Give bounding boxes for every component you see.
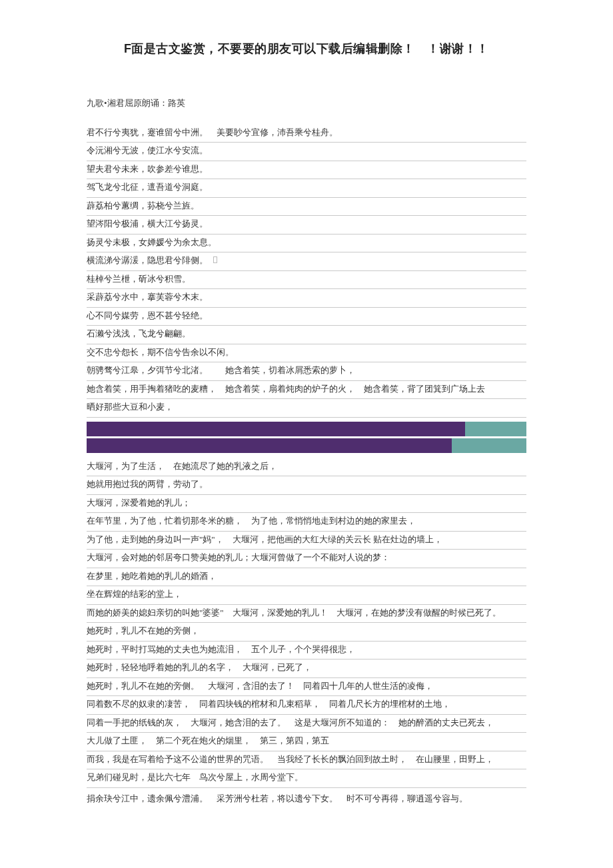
text-line: 她死时，平时打骂她的丈夫也为她流泪， 五个儿子，个个哭得很悲， [87, 642, 526, 660]
teal-block [465, 422, 526, 436]
text-line: 为了他，走到她的身边叫一声"妈"， 大堰河，把他画的大红大绿的关云长 贴在灶边的… [87, 532, 526, 550]
text-line: 她含着笑，用手掏着猪吃的麦糟， 她含着笑，扇着炖肉的炉子的火， 她含着笑，背了团… [87, 381, 526, 400]
text-line: 交不忠兮怨长，期不信兮告余以不闲。 [87, 344, 526, 363]
text-line: 而她的娇美的媳妇亲切的叫她"婆婆" 大堰河，深爱她的乳儿！ 大堰河，在她的梦没有… [87, 605, 526, 624]
text-line: 大堰河，深爱着她的乳儿； [87, 495, 526, 514]
text-line: 而我，我是在写着给予这不公道的世界的咒语。 当我经了长长的飘泊回到故土时， 在山… [87, 751, 526, 770]
teal-block [452, 438, 526, 453]
text-line: 她死时，轻轻地呼着她的乳儿的名字， 大堰河，已死了， [87, 659, 526, 678]
color-block-divider [87, 422, 526, 453]
text-line: 大堰河，为了生活， 在她流尽了她的乳液之后， [87, 458, 526, 477]
purple-block [87, 422, 465, 436]
text-line: 采薜荔兮水中，搴芙蓉兮木末。 [87, 289, 526, 308]
text-line: 她死时，乳儿不在她的旁侧， [87, 623, 526, 642]
text-line: 她就用抱过我的两臂，劳动了。 [87, 476, 526, 495]
poem-section-1: 君不行兮夷犹，蹇谁留兮中洲。 美要眇兮宜修，沛吾乘兮桂舟。令沅湘兮无波，使江水兮… [87, 125, 526, 418]
text-line: 君不行兮夷犹，蹇谁留兮中洲。 美要眇兮宜修，沛吾乘兮桂舟。 [87, 125, 526, 143]
text-line: 在年节里，为了他，忙着切那冬米的糖， 为了他，常悄悄地走到村边的她的家里去， [87, 513, 526, 532]
text-line: 朝骋骛兮江皋，夕弭节兮北渚。 她含着笑，切着冰屑悉索的萝卜， [87, 362, 526, 381]
subtitle: 九歌•湘君屈原朗诵：路英 [87, 97, 526, 110]
text-line: 扬灵兮未极，女婵媛兮为余太息。 [87, 234, 526, 253]
text-line: 同着数不尽的奴隶的凄苦， 同着四块钱的棺材和几束稻草， 同着几尺长方的埋棺材的土… [87, 696, 526, 715]
poem-section-3: 捐余玦兮江中，遗余佩兮澧浦。 采芳洲兮杜若，将以遗兮下女。 时不可兮再得，聊逍遥… [87, 791, 526, 809]
text-line: 望涔阳兮极浦，横大江兮扬灵。 [87, 216, 526, 234]
text-line: 晒好那些大豆和小麦， [87, 399, 526, 418]
annotation-marker [213, 256, 217, 263]
text-line: 薜荔柏兮蕙绸，荪桡兮兰旌。 [87, 198, 526, 217]
text-line: 驾飞龙兮北征，邅吾道兮洞庭。 [87, 179, 526, 198]
purple-block [87, 438, 452, 453]
text-line: 石濑兮浅浅，飞龙兮翩翩。 [87, 326, 526, 344]
text-line: 心不同兮媒劳，恩不甚兮轻绝。 [87, 308, 526, 326]
text-line: 桂棹兮兰枻，斫冰兮积雪。 [87, 271, 526, 290]
block-row-1 [87, 422, 526, 436]
text-line: 横流涕兮潺湲，隐思君兮陫侧。 [87, 252, 526, 271]
poem-section-2: 大堰河，为了生活， 在她流尽了她的乳液之后，她就用抱过我的两臂，劳动了。大堰河，… [87, 458, 526, 788]
text-line: 大堰河，会对她的邻居夸口赞美她的乳儿；大堰河曾做了一个不能对人说的梦： [87, 550, 526, 568]
block-row-2 [87, 438, 526, 453]
text-line: 大儿做了土匪， 第二个死在炮火的烟里， 第三，第四，第五 [87, 733, 526, 751]
text-line: 在梦里，她吃着她的乳儿的婚酒， [87, 568, 526, 587]
text-line: 令沅湘兮无波，使江水兮安流。 [87, 143, 526, 161]
text-line: 捐余玦兮江中，遗余佩兮澧浦。 采芳洲兮杜若，将以遗兮下女。 时不可兮再得，聊逍遥… [87, 791, 526, 809]
text-line: 望夫君兮未来，吹参差兮谁思。 [87, 161, 526, 180]
text-line: 她死时，乳儿不在她的旁侧。 大堰河，含泪的去了！ 同着四十几年的人世生活的凌侮， [87, 678, 526, 697]
text-line: 同着一手把的纸钱的灰， 大堰河，她含泪的去了。 这是大堰河所不知道的： 她的醉酒… [87, 715, 526, 733]
text-line: 坐在辉煌的结彩的堂上， [87, 586, 526, 605]
page-title: F面是古文鉴赏，不要要的朋友可以下载后编辑删除！ ！谢谢！！ [87, 40, 526, 58]
text-line: 兄弟们碰见时，是比六七年 鸟次兮屋上，水周兮堂下。 [87, 769, 526, 788]
